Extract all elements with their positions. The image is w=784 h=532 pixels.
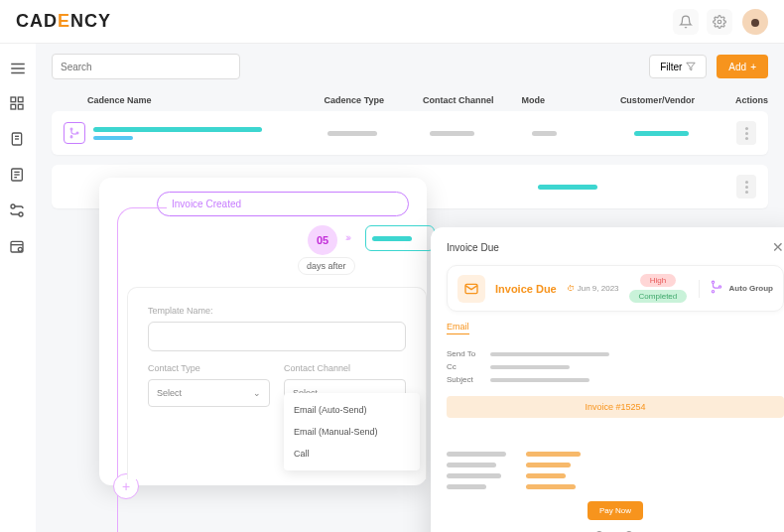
option-call[interactable]: Call (284, 443, 420, 465)
avatar[interactable] (742, 9, 768, 35)
workflow-node-step[interactable] (365, 225, 435, 251)
option-email-manual[interactable]: Email (Manual-Send) (284, 421, 420, 443)
svg-point-0 (718, 20, 721, 24)
svg-rect-4 (11, 97, 16, 102)
th-mode: Mode (521, 95, 619, 105)
invoice-banner: Invoice #15254 (447, 396, 784, 418)
contact-channel-dropdown: Email (Auto-Send) Email (Manual-Send) Ca… (284, 393, 420, 470)
template-name-input[interactable] (148, 322, 406, 351)
table-row[interactable] (52, 111, 768, 155)
status-badge: Completed (629, 290, 688, 303)
bell-icon[interactable] (673, 9, 699, 35)
add-label: Add (728, 62, 746, 72)
workflow-panel: Invoice Created 05 days after ››› + Temp… (99, 178, 427, 485)
menu-icon[interactable] (9, 60, 27, 77)
th-type: Cadence Type (325, 95, 423, 105)
placeholder-bar (538, 185, 597, 190)
th-name: Cadence Name (52, 95, 325, 105)
svg-point-25 (712, 281, 714, 283)
svg-point-19 (18, 247, 22, 251)
clock-icon: ⏱ (567, 284, 575, 293)
zoom-out-icon[interactable] (591, 528, 609, 532)
table-header: Cadence Name Cadence Type Contact Channe… (36, 89, 784, 111)
main: Filter Add + Cadence Name Cadence Type C… (36, 44, 784, 532)
svg-point-15 (11, 204, 15, 208)
brand-pre: CAD (16, 11, 58, 31)
preview-date: ⏱ Jun 9, 2023 (567, 284, 619, 293)
auto-group-label: Auto Group (729, 284, 773, 293)
filter-icon (686, 62, 696, 71)
contact-channel-label: Contact Channel (284, 363, 406, 373)
field-subject-label: Subject (447, 375, 480, 384)
th-channel: Contact Channel (423, 95, 521, 105)
template-form: Template Name: Contact Type Select⌄ Cont… (127, 287, 427, 479)
contact-type-label: Contact Type (148, 363, 270, 373)
gear-icon[interactable] (707, 9, 732, 35)
th-customer: Customer/Vendor (620, 95, 719, 105)
chevron-right-icon: ››› (345, 232, 349, 243)
brand-logo: CADENCY (16, 11, 111, 32)
svg-point-23 (76, 132, 78, 134)
svg-marker-20 (687, 63, 695, 70)
branch-icon (710, 280, 723, 298)
field-sendto-label: Send To (447, 349, 480, 358)
th-actions: Actions (719, 95, 768, 105)
field-cc-label: Cc (447, 362, 480, 371)
report-icon[interactable] (9, 167, 27, 185)
svg-rect-6 (11, 104, 16, 109)
topbar: CADENCY (0, 0, 784, 44)
calendar-icon[interactable] (9, 238, 27, 256)
branch-icon (64, 122, 85, 144)
svg-point-21 (70, 128, 72, 130)
close-icon[interactable]: ✕ (772, 239, 784, 255)
preview-panel: Invoice Due ✕ Invoice Due ⏱ Jun 9, 2023 … (431, 227, 784, 532)
row-menu-button[interactable] (736, 121, 756, 145)
filter-label: Filter (660, 62, 682, 72)
template-name-label: Template Name: (148, 306, 406, 316)
toolbar: Filter Add + (36, 44, 784, 89)
svg-point-16 (19, 212, 23, 216)
dashboard-icon[interactable] (9, 95, 27, 113)
search-input[interactable] (52, 54, 240, 79)
zoom-in-icon[interactable] (621, 528, 639, 532)
preview-header: Invoice Due (447, 242, 499, 253)
plus-icon: + (750, 62, 756, 72)
row-menu-button[interactable] (736, 175, 756, 199)
workflow-node-start[interactable]: Invoice Created (157, 192, 409, 216)
svg-rect-7 (18, 104, 23, 109)
brand-accent: E (58, 11, 70, 31)
sidebar (0, 44, 36, 532)
svg-rect-5 (18, 97, 23, 102)
automation-icon[interactable] (9, 202, 27, 220)
preview-summary-card: Invoice Due ⏱ Jun 9, 2023 High Completed… (447, 265, 784, 312)
filter-button[interactable]: Filter (649, 55, 707, 78)
pay-now-button[interactable]: Pay Now (588, 501, 643, 520)
invoice-icon[interactable] (9, 131, 27, 149)
svg-point-26 (712, 290, 714, 292)
contact-type-select[interactable]: Select⌄ (148, 379, 270, 407)
preview-title: Invoice Due (495, 283, 557, 295)
days-label: days after (298, 257, 355, 275)
tab-email[interactable]: Email (447, 322, 469, 334)
mail-icon (457, 275, 485, 303)
days-badge: 05 (308, 225, 337, 255)
option-email-auto[interactable]: Email (Auto-Send) (284, 399, 420, 421)
svg-point-22 (70, 136, 72, 138)
chevron-down-icon: ⌄ (253, 388, 261, 398)
priority-badge: High (640, 274, 676, 287)
add-button[interactable]: Add + (717, 55, 768, 78)
svg-point-27 (719, 285, 720, 287)
brand-post: NCY (70, 11, 111, 31)
